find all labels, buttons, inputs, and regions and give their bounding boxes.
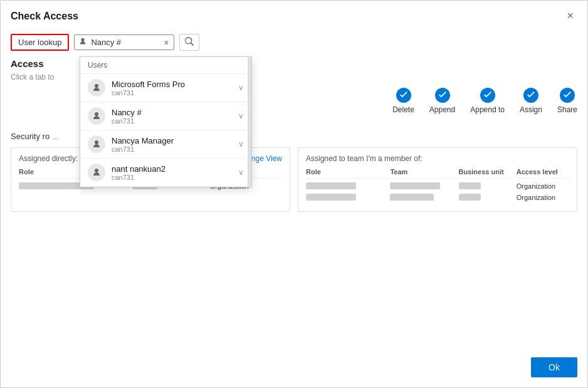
delete-label: Delete [392, 105, 414, 114]
team-blurred: blur [390, 182, 440, 189]
role-value: blur [306, 194, 385, 201]
role-blurred: blur [306, 194, 356, 201]
dropdown-scrollbar[interactable] [248, 57, 251, 187]
permission-append-to: Append to [470, 88, 505, 114]
chevron-down-icon: ∨ [238, 140, 244, 149]
dropdown-item-content: Nancy # can731 [112, 108, 238, 125]
dropdown-item[interactable]: Microsoft Forms Pro can731 ∨ [80, 74, 251, 102]
lookup-dropdown: Users Microsoft Forms Pro can731 ∨ [80, 56, 252, 187]
permission-delete: Delete [392, 88, 414, 114]
dropdown-item[interactable]: Nancy # can731 ∨ [80, 102, 251, 130]
col-access: Access level [517, 168, 569, 176]
user-lookup-label: User lookup [11, 34, 69, 51]
bu-blurred: blur [459, 194, 481, 201]
col-team: Team [390, 168, 453, 176]
dialog-body: User lookup Nancy # × Users [1, 29, 587, 222]
chevron-down-icon: ∨ [238, 112, 244, 120]
bu-blurred: blur [459, 182, 481, 189]
bu-value: blur [459, 182, 512, 190]
append-label: Append [429, 105, 455, 114]
assigned-to-team-panel: Assigned to team I'm a member of: Role T… [298, 147, 577, 212]
dropdown-item[interactable]: Nancya Manager can731 ∨ [80, 130, 251, 159]
security-role-ellipsis: ... [52, 132, 58, 141]
dropdown-item-sub: can731 [112, 174, 238, 181]
role-blurred: blur [306, 182, 356, 189]
lookup-clear-button[interactable]: × [162, 38, 170, 48]
chevron-down-icon: ∨ [238, 168, 244, 177]
append-to-check-icon [480, 88, 495, 103]
assign-label: Assign [520, 105, 542, 114]
append-check-icon [435, 88, 450, 103]
access-level-value: Organization [517, 194, 569, 201]
share-label: Share [557, 105, 577, 114]
delete-check-icon [396, 88, 411, 103]
team-value: blur [390, 182, 453, 190]
chevron-down-icon: ∨ [238, 83, 244, 92]
user-avatar-icon [88, 107, 105, 125]
assigned-to-team-header: Assigned to team I'm a member of: [306, 154, 569, 163]
share-check-icon [560, 88, 575, 103]
access-level-value: Organization [517, 182, 569, 190]
table-row: blur blur blur Organization [306, 194, 569, 201]
dropdown-item-name: Nancy # [112, 108, 238, 117]
close-button[interactable]: × [563, 8, 577, 24]
access-title: Access [11, 58, 44, 69]
lookup-value: Nancy # [91, 38, 159, 47]
assigned-to-team-cols: Role Team Business unit Access level [306, 168, 569, 179]
role-value: blur [306, 182, 385, 190]
dropdown-item-content: nant nankuan2 can731 [112, 164, 238, 181]
permission-share: Share [557, 88, 577, 114]
dropdown-item-sub: can731 [112, 145, 238, 153]
assign-check-icon [523, 88, 538, 103]
dropdown-item-sub: can731 [112, 117, 238, 125]
team-blurred: blur [390, 194, 434, 201]
user-lookup-row: User lookup Nancy # × Users [11, 34, 577, 51]
user-avatar-icon [88, 79, 105, 97]
col-role: Role [306, 168, 385, 176]
col-bu: Business unit [459, 168, 512, 176]
team-value: blur [390, 194, 453, 201]
dropdown-item-name: Microsoft Forms Pro [112, 80, 238, 89]
dropdown-item[interactable]: nant nankuan2 can731 ∨ [80, 159, 251, 187]
lookup-search-button[interactable] [179, 34, 199, 51]
assigned-directly-title: Assigned directly: [19, 154, 78, 163]
assigned-to-team-title: Assigned to team I'm a member of: [306, 154, 423, 163]
user-avatar-icon [88, 135, 105, 153]
permission-assign: Assign [520, 88, 542, 114]
append-to-label: Append to [470, 105, 505, 114]
dialog-footer: Ok [531, 357, 577, 377]
dialog-title: Check Access [11, 11, 78, 22]
dropdown-item-sub: can731 [112, 89, 238, 97]
lookup-input-container[interactable]: Nancy # × [74, 34, 174, 50]
dropdown-item-content: Nancya Manager can731 [112, 136, 238, 153]
permissions-row: Delete Append Append to [390, 88, 577, 114]
user-icon [78, 37, 87, 48]
dropdown-item-name: nant nankuan2 [112, 164, 238, 174]
security-role-label: Security ro [11, 132, 50, 141]
table-row: blur blur blur Organization [306, 182, 569, 190]
dialog-header: Check Access × [1, 1, 587, 29]
dropdown-item-name: Nancya Manager [112, 136, 238, 145]
user-avatar-icon [88, 164, 105, 181]
check-access-dialog: Check Access × User lookup Nancy # × [0, 0, 588, 388]
dropdown-item-content: Microsoft Forms Pro can731 [112, 80, 238, 97]
dropdown-header: Users [80, 57, 251, 74]
bu-value: blur [459, 194, 512, 201]
permission-append: Append [429, 88, 455, 114]
ok-button[interactable]: Ok [531, 357, 577, 377]
